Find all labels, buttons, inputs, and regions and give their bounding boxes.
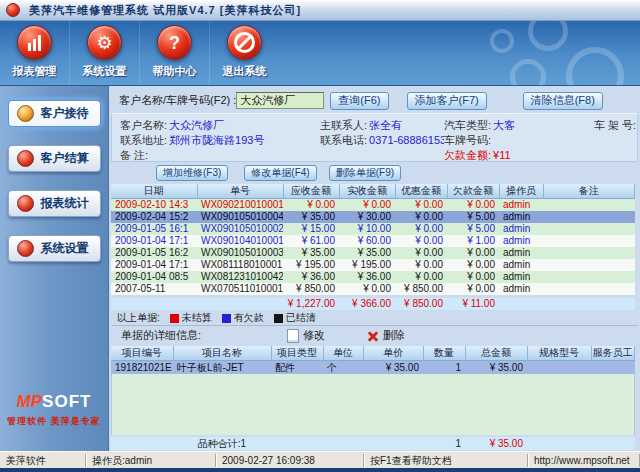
main-area: 客户接待客户结算报表统计系统设置 MPSOFT 管理软件 美萍是专家 客户名称/… [0, 86, 640, 454]
orders-header-row: 日期单号应收金额实收金额优惠金额欠款金额操作员备注 [111, 184, 635, 199]
order-row[interactable]: 2009-01-04 17:1WX090104010001¥ 61.00¥ 60… [111, 235, 635, 247]
column-header: 备注 [543, 184, 635, 199]
status-website: http://www.mpsoft.net [528, 454, 640, 467]
order-row[interactable]: 2009-02-10 14:3WX090210010001¥ 0.00¥ 0.0… [111, 199, 635, 212]
sidebar: 客户接待客户结算报表统计系统设置 MPSOFT 管理软件 美萍是专家 [0, 86, 109, 454]
app-window: 美萍汽车维修管理系统 试用版V4.7 [美萍科技公司] 报表管理⚙系统设置?帮助… [0, 0, 640, 472]
sphere-icon [17, 195, 34, 212]
sidebar-item-settlement[interactable]: 客户结算 [8, 145, 101, 172]
orders-table: 日期单号应收金额实收金额优惠金额欠款金额操作员备注 2009-02-10 14:… [111, 184, 635, 295]
column-header: 项目编号 [111, 346, 173, 361]
toolbar-label: 帮助中心 [153, 64, 197, 79]
sidebar-item-label: 报表统计 [41, 195, 89, 212]
toolbar-label: 退出系统 [223, 64, 267, 79]
question-icon: ? [157, 25, 192, 60]
toolbar-button-exit[interactable]: 退出系统 [209, 21, 279, 85]
delete-x-icon [367, 330, 379, 342]
tools-icon: ⚙ [87, 25, 122, 60]
toolbar-button-reports[interactable]: 报表管理 [0, 21, 69, 85]
toolbar-button-help[interactable]: ?帮助中心 [139, 21, 209, 85]
app-icon[interactable] [6, 3, 20, 17]
detail-empty-area [111, 374, 635, 435]
toolbar-label: 报表管理 [13, 64, 57, 79]
phone-field: 联系电话:0371-68886153 [320, 133, 444, 148]
toolbar-label: 系统设置 [83, 64, 127, 79]
detail-header-row: 项目编号项目名称项目类型单位单价数量总金额规格型号服务员工 [111, 346, 635, 361]
decor-ring [510, 59, 546, 86]
column-header: 数量 [423, 346, 465, 361]
decor-ring [490, 29, 514, 53]
column-header: 项目名称 [173, 346, 271, 361]
window-bottom-edge [0, 468, 640, 472]
search-input[interactable] [236, 92, 324, 109]
customer-name-field: 客户名称:大众汽修厂 [120, 118, 320, 133]
toolbar-buttons: 报表管理⚙系统设置?帮助中心退出系统 [0, 21, 279, 85]
address-field: 联系地址:郑州市陇海路193号 [120, 133, 320, 148]
column-header: 单位 [323, 346, 363, 361]
variety-total: 品种合计:1 [173, 437, 271, 450]
legend-swatch [274, 314, 283, 323]
logo-mp: MP [17, 392, 43, 411]
order-actions-row: 增加维修(F3) 修改单据(F4) 删除单据(F9) [111, 164, 638, 182]
legend-label: 已结清 [286, 311, 316, 325]
query-button[interactable]: 查询(F6) [330, 92, 388, 110]
contact-field: 主联系人:张全有 [320, 118, 444, 133]
content-panel: 客户名称/车牌号码(F2) : 查询(F6) 添加客户(F7) 清除信息(F8)… [109, 86, 640, 454]
logo-soft: SOFT [42, 392, 91, 411]
sphere-icon [17, 150, 34, 167]
sphere-icon [17, 105, 34, 122]
column-header: 规格型号 [527, 346, 591, 361]
column-header: 单号 [197, 184, 283, 199]
detail-edit-button[interactable]: 修改 [287, 328, 325, 343]
toolbar-button-settings[interactable]: ⚙系统设置 [69, 21, 139, 85]
order-row[interactable]: 2009-02-04 15:2WX090105010004¥ 35.00¥ 30… [111, 211, 635, 223]
detail-section-label: 单据的详细信息: [121, 328, 201, 343]
title-bar: 美萍汽车维修管理系统 试用版V4.7 [美萍科技公司] [0, 0, 640, 21]
sidebar-buttons: 客户接待客户结算报表统计系统设置 [0, 100, 108, 262]
status-operator: 操作员:admin [86, 454, 216, 467]
clear-info-button[interactable]: 清除信息(F8) [523, 92, 603, 110]
add-customer-button[interactable]: 添加客户(F7) [407, 92, 487, 110]
column-header: 优惠金额 [395, 184, 447, 199]
edit-order-button[interactable]: 修改单据(F4) [244, 165, 316, 181]
plate-field: 车牌号码: [444, 133, 594, 148]
column-header: 服务员工 [591, 346, 635, 361]
sidebar-item-label: 系统设置 [41, 240, 89, 257]
decor-ring [528, 21, 568, 51]
status-datetime: 2009-02-27 16:09:38 [216, 454, 364, 467]
order-row[interactable]: 2009-01-05 16:1WX090105010002¥ 15.00¥ 10… [111, 223, 635, 235]
legend-swatch [170, 314, 179, 323]
column-header: 总金额 [465, 346, 527, 361]
detail-totals-bar: 品种合计:1 1 ¥ 35.00 [111, 437, 638, 450]
sidebar-item-reception[interactable]: 客户接待 [8, 100, 101, 127]
column-header: 应收金额 [283, 184, 339, 199]
legend-label: 未结算 [182, 311, 212, 325]
orders-grid: 日期单号应收金额实收金额优惠金额欠款金额操作员备注 2009-02-10 14:… [111, 184, 638, 295]
order-row[interactable]: 2009-01-05 16:2WX090105010003¥ 35.00¥ 35… [111, 247, 635, 259]
detail-footer-row: 品种合计:1 1 ¥ 35.00 [111, 437, 635, 450]
detail-row[interactable]: 191821021E叶子板L前-JET配件个¥ 35.001¥ 35.00 [111, 361, 635, 375]
totals-row: ¥ 1,227.00¥ 366.00¥ 850.00¥ 11.00 [111, 298, 635, 310]
sphere-icon [17, 240, 34, 257]
orders-totals-bar: ¥ 1,227.00¥ 366.00¥ 850.00¥ 11.00 [111, 298, 638, 310]
status-legend: 以上单据: 未结算有欠款已结清 [111, 311, 638, 326]
detail-grid: 项目编号项目名称项目类型单位单价数量总金额规格型号服务员工 191821021E… [111, 346, 638, 374]
search-row: 客户名称/车牌号码(F2) : 查询(F6) 添加客户(F7) 清除信息(F8) [111, 89, 638, 112]
sidebar-item-reports[interactable]: 报表统计 [8, 190, 101, 217]
detail-section-header: 单据的详细信息: 修改 删除 [111, 327, 638, 344]
delete-order-button[interactable]: 删除单据(F9) [329, 165, 401, 181]
sidebar-item-label: 客户结算 [41, 150, 89, 167]
order-row[interactable]: 2009-01-04 17:1WX081118010001¥ 195.00¥ 1… [111, 259, 635, 271]
detail-delete-button[interactable]: 删除 [367, 328, 405, 343]
add-repair-button[interactable]: 增加维修(F3) [156, 165, 228, 181]
order-row[interactable]: 2007-05-11WX070511010001¥ 850.00¥ 0.00¥ … [111, 283, 635, 295]
exit-icon [227, 25, 262, 60]
detail-table: 项目编号项目名称项目类型单位单价数量总金额规格型号服务员工 191821021E… [111, 346, 635, 374]
order-row[interactable]: 2009-01-04 08:5WX081231010042¥ 36.00¥ 36… [111, 271, 635, 283]
amount-total: ¥ 35.00 [465, 437, 527, 450]
sidebar-item-settings[interactable]: 系统设置 [8, 235, 101, 262]
mpsoft-logo: MPSOFT 管理软件 美萍是专家 [0, 392, 108, 428]
car-type-field: 汽车类型:大客 [444, 118, 594, 133]
qty-total: 1 [423, 437, 465, 450]
bar-chart-icon [17, 25, 52, 60]
